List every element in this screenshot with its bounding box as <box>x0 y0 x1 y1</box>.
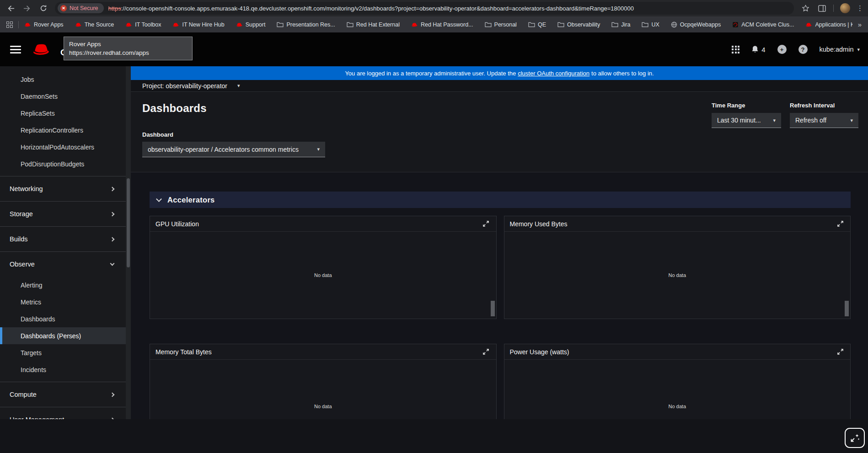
assistant-launcher-button[interactable] <box>845 428 865 448</box>
sidebar-item[interactable]: Incidents <box>0 361 126 378</box>
sidebar-item[interactable]: DaemonSets <box>0 88 126 105</box>
import-yaml-button[interactable]: + <box>777 45 787 54</box>
user-menu[interactable]: kube:admin ▾ <box>820 46 860 53</box>
panel-expand-button[interactable] <box>836 219 845 229</box>
sidebar-item[interactable]: ReplicaSets <box>0 105 126 122</box>
sidebar-item[interactable]: Dashboards <box>0 310 126 327</box>
bookmark-item[interactable]: OcpqeWebapps <box>671 21 721 28</box>
bookmark-label: ACM Coletive Clus... <box>741 21 794 28</box>
sidebar-item[interactable]: Networking <box>0 176 126 201</box>
hamburger-icon <box>10 46 21 47</box>
bookmark-item[interactable]: Applications | Konf... <box>805 21 852 28</box>
reload-button[interactable] <box>38 3 48 13</box>
panel-grid: GPU Utilization No data <box>150 216 851 419</box>
no-data-text: No data <box>314 404 332 409</box>
bookmark-item[interactable]: Presentation Res... <box>277 21 335 28</box>
sidebar-item[interactable]: Dashboards (Perses) <box>0 327 126 344</box>
sidebar-item[interactable]: Compute <box>0 382 126 407</box>
sidebar-scrollbar[interactable] <box>126 66 131 419</box>
browser-menu-button[interactable]: ⋮ <box>857 4 863 12</box>
tooltip-title: Rover Apps <box>69 40 187 48</box>
sidebar-item[interactable]: Targets <box>0 344 126 361</box>
sidebar-item[interactable]: HorizontalPodAutoscalers <box>0 139 126 155</box>
panel-expand-button[interactable] <box>836 347 845 357</box>
nav-menu-toggle[interactable] <box>10 46 21 53</box>
help-button[interactable]: ? <box>798 45 808 54</box>
sidebar-item[interactable]: PodDisruptionBudgets <box>0 155 126 172</box>
panel-scrollbar-thumb[interactable] <box>491 301 495 316</box>
bookmark-item[interactable]: The Source <box>75 21 114 28</box>
main-content: You are logged in as a temporary adminis… <box>131 66 868 419</box>
bookmark-item[interactable]: ACM Coletive Clus... <box>732 21 794 28</box>
accelerators-section-header[interactable]: Accelerators <box>150 192 851 208</box>
time-range-dropdown[interactable]: Last 30 minut... ▾ <box>712 113 781 128</box>
sidebar-item-label: Storage <box>10 210 33 218</box>
bookmark-item[interactable]: IT Toolbox <box>125 21 161 28</box>
forward-icon <box>23 5 31 12</box>
bookmark-label: Presentation Res... <box>286 21 335 28</box>
panel-header: GPU Utilization <box>150 216 496 232</box>
assistant-icon <box>849 432 860 443</box>
page-header: Dashboards Time Range Last 30 minut... ▾… <box>131 92 868 172</box>
app-launcher-icon[interactable] <box>732 46 739 53</box>
bookmark-item[interactable]: Rover Apps <box>24 21 64 28</box>
forward-button[interactable] <box>22 3 32 13</box>
bookmark-item[interactable]: Support <box>236 21 266 28</box>
bookmark-star-button[interactable] <box>800 3 810 13</box>
panel-header: Memory Used Bytes <box>504 216 851 232</box>
banner-text-after: to allow others to log in. <box>591 70 654 77</box>
sidebar-item[interactable]: Observe <box>0 251 126 277</box>
bookmark-item[interactable]: IT New Hire Hub <box>172 21 224 28</box>
sidebar-item[interactable]: Storage <box>0 201 126 226</box>
sidebar-scrollbar-thumb[interactable] <box>127 178 130 267</box>
bookmark-item[interactable]: Observability <box>557 21 600 28</box>
bookmarks-overflow-chevron[interactable]: » <box>858 21 862 28</box>
refresh-interval-dropdown[interactable]: Refresh off ▾ <box>790 113 858 128</box>
refresh-interval-value: Refresh off <box>795 117 826 124</box>
sidebar-item[interactable]: Metrics <box>0 293 126 310</box>
bookmark-item[interactable]: Red Hat Password... <box>411 21 473 28</box>
panel-expand-button[interactable] <box>482 347 491 357</box>
sidebar-item[interactable]: ReplicationControllers <box>0 122 126 139</box>
bookmark-label: Rover Apps <box>34 21 64 28</box>
side-panel-button[interactable] <box>817 3 827 13</box>
bookmark-label: Observability <box>567 21 600 28</box>
bookmark-label: Red Hat Password... <box>421 21 473 28</box>
refresh-interval-label: Refresh Interval <box>790 102 858 109</box>
panel-body: No data <box>504 232 851 319</box>
expand-icon <box>837 349 843 355</box>
panel-title: GPU Utilization <box>155 220 199 228</box>
sidebar-item-label: ReplicationControllers <box>21 127 83 134</box>
notifications-button[interactable]: 4 <box>751 45 765 53</box>
bookmark-item[interactable]: QE <box>528 21 546 28</box>
profile-avatar[interactable] <box>840 3 850 13</box>
url-text: https://console-openshift-console.apps.e… <box>108 5 634 12</box>
panel-title: Memory Used Bytes <box>510 220 568 228</box>
address-bar[interactable]: ✕ Not Secure https://console-openshift-c… <box>55 2 794 15</box>
back-button[interactable] <box>5 3 16 13</box>
browser-toolbar: ✕ Not Secure https://console-openshift-c… <box>0 0 868 16</box>
oauth-config-link[interactable]: cluster OAuth configuration <box>518 70 589 77</box>
redhat-icon <box>172 22 179 27</box>
bookmark-item[interactable]: Jira <box>611 21 630 28</box>
sidebar-item[interactable]: User Management <box>0 407 126 419</box>
sidebar-item[interactable]: Jobs <box>0 71 126 88</box>
bookmark-item[interactable]: UX <box>642 21 659 28</box>
panel-body: No data <box>150 232 496 319</box>
sidebar-item-label: Targets <box>21 349 42 357</box>
bookmark-label: Red Hat External <box>356 21 400 28</box>
dashboard-dropdown[interactable]: observability-operator / Accelerators co… <box>142 142 325 157</box>
sidebar-item[interactable]: Alerting <box>0 277 126 293</box>
security-chip[interactable]: ✕ Not Secure <box>58 3 104 13</box>
folder-icon <box>485 21 492 27</box>
back-icon <box>7 5 15 12</box>
sidebar-item[interactable]: Builds <box>0 226 126 251</box>
bookmark-item[interactable]: Personal <box>485 21 517 28</box>
sidebar-item-label: Builds <box>10 235 28 243</box>
sidebar-item-label: DaemonSets <box>21 93 58 100</box>
bookmark-item[interactable]: Red Hat External <box>347 21 400 28</box>
panel-scrollbar-thumb[interactable] <box>845 301 849 316</box>
apps-shortcut-icon[interactable] <box>6 21 13 28</box>
project-selector[interactable]: Project: observability-operator ▾ <box>131 80 868 92</box>
panel-expand-button[interactable] <box>482 219 491 229</box>
